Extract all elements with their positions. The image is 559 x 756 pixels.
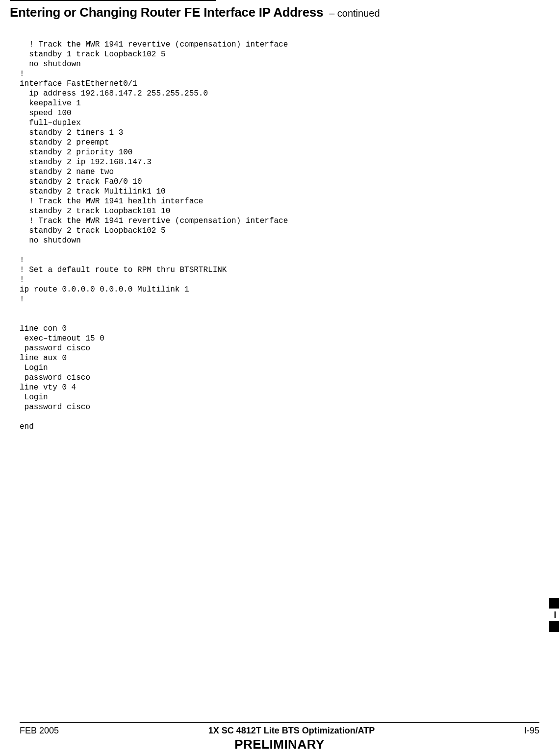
header-rule bbox=[10, 0, 216, 1]
footer-rule bbox=[20, 722, 539, 723]
footer-row: FEB 2005 1X SC 4812T Lite BTS Optimizati… bbox=[20, 726, 539, 736]
footer-date: FEB 2005 bbox=[20, 726, 59, 736]
footer-preliminary: PRELIMINARY bbox=[20, 737, 539, 752]
page-title: Entering or Changing Router FE Interface… bbox=[10, 5, 323, 20]
side-tab-label: I bbox=[554, 610, 556, 620]
side-tab-bottom-block bbox=[549, 621, 559, 632]
page-title-continued: – continued bbox=[329, 8, 380, 19]
footer-page-number: I-95 bbox=[524, 726, 539, 736]
page-footer: FEB 2005 1X SC 4812T Lite BTS Optimizati… bbox=[20, 722, 539, 752]
side-tab-top-block bbox=[549, 598, 559, 609]
document-page: Entering or Changing Router FE Interface… bbox=[0, 0, 559, 756]
config-code-block: ! Track the MWR 1941 revertive (compensa… bbox=[20, 40, 539, 432]
footer-doc-title: 1X SC 4812T Lite BTS Optimization/ATP bbox=[59, 726, 524, 736]
page-title-row: Entering or Changing Router FE Interface… bbox=[10, 5, 539, 20]
section-side-tab: I bbox=[549, 598, 559, 632]
